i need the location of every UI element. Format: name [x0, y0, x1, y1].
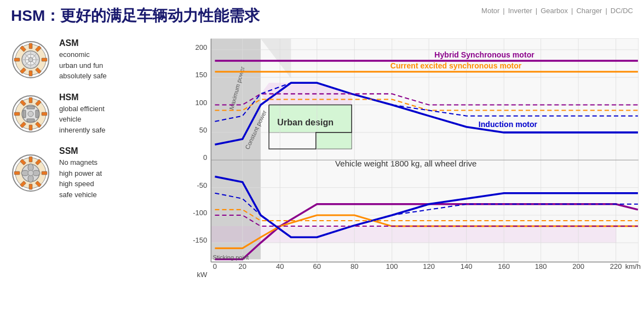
ssm-icon — [11, 153, 50, 193]
svg-text:-150: -150 — [193, 236, 207, 244]
svg-rect-30 — [23, 110, 26, 118]
asm-icon — [11, 40, 50, 79]
svg-marker-83 — [211, 226, 616, 243]
performance-chart: 200 150 100 50 0 -50 -100 -150 kW 0 20 4… — [181, 33, 644, 328]
svg-text:200: 200 — [572, 262, 584, 271]
svg-text:60: 60 — [313, 262, 321, 271]
header-nav: Motor | Inverter | Gearbox | Charger | D… — [481, 7, 633, 15]
svg-rect-31 — [36, 110, 38, 118]
svg-rect-25 — [14, 112, 20, 116]
left-panel: ASM economicurban und funabsolutely safe — [0, 33, 175, 328]
asm-type: ASM — [59, 38, 107, 48]
svg-rect-41 — [14, 171, 20, 175]
asm-label-group: ASM economicurban und funabsolutely safe — [59, 38, 107, 82]
svg-text:0: 0 — [213, 262, 217, 271]
page-title: HSM：更好的满足车辆动力性能需求 — [11, 5, 260, 26]
svg-rect-8 — [14, 58, 20, 61]
svg-rect-23 — [29, 125, 32, 130]
svg-text:-100: -100 — [193, 209, 207, 217]
svg-text:-50: -50 — [197, 181, 207, 189]
nav-inverter[interactable]: Inverter — [508, 7, 532, 15]
svg-rect-2 — [29, 43, 32, 49]
svg-text:50: 50 — [199, 126, 208, 134]
motor-item-asm: ASM economicurban und funabsolutely safe — [11, 38, 164, 82]
svg-text:160: 160 — [498, 262, 510, 271]
hsm-label-group: HSM global efficientvehicleinherently sa… — [59, 93, 106, 136]
hsm-type: HSM — [59, 93, 106, 102]
svg-text:0: 0 — [203, 153, 207, 162]
motor-item-hsm: HSM global efficientvehicleinherently sa… — [11, 93, 164, 136]
chart-area: 200 150 100 50 0 -50 -100 -150 kW 0 20 4… — [175, 33, 644, 328]
svg-text:150: 150 — [196, 71, 208, 79]
ssm-type: SSM — [59, 146, 102, 156]
motor-item-ssm: SSM No magnetshigh power athigh speedsaf… — [11, 146, 164, 200]
svg-rect-39 — [29, 184, 32, 189]
svg-rect-21 — [42, 112, 47, 116]
svg-rect-29 — [27, 119, 34, 122]
nav-gearbox[interactable]: Gearbox — [540, 7, 568, 15]
svg-text:180: 180 — [535, 262, 547, 271]
svg-rect-35 — [29, 157, 32, 162]
svg-text:220: 220 — [610, 262, 622, 271]
svg-text:40: 40 — [276, 262, 284, 271]
im-legend-label: Induction motor — [479, 120, 538, 129]
hsm-icon — [11, 94, 50, 134]
ssm-desc: No magnetshigh power athigh speedsafe ve… — [59, 157, 102, 200]
svg-rect-28 — [27, 106, 34, 109]
nav-motor[interactable]: Motor — [481, 7, 499, 15]
main-content: ASM economicurban und funabsolutely safe — [0, 33, 644, 328]
asm-desc: economicurban und funabsolutely safe — [59, 49, 107, 82]
svg-text:140: 140 — [461, 262, 473, 271]
svg-text:km/h: km/h — [625, 262, 641, 271]
cesm-legend-label: Current excited synchronous motor — [390, 61, 522, 70]
svg-text:20: 20 — [239, 262, 247, 271]
svg-text:Urban design: Urban design — [277, 117, 334, 127]
svg-text:120: 120 — [423, 262, 435, 271]
svg-text:80: 80 — [350, 262, 359, 271]
hsm-desc: global efficientvehicleinherently safe — [59, 103, 106, 136]
svg-text:100: 100 — [386, 262, 398, 271]
svg-text:100: 100 — [196, 99, 208, 107]
svg-text:Vehicle weight 1800 kg, all wh: Vehicle weight 1800 kg, all wheel drive — [335, 159, 476, 168]
svg-point-48 — [28, 170, 33, 176]
svg-rect-6 — [29, 71, 32, 76]
nav-charger[interactable]: Charger — [576, 7, 602, 15]
ssm-label-group: SSM No magnetshigh power athigh speedsaf… — [59, 146, 102, 200]
hsm-legend-label: Hybrid Synchronous motor — [434, 50, 534, 59]
svg-text:kW: kW — [197, 271, 208, 279]
svg-text:200: 200 — [196, 43, 208, 51]
svg-rect-37 — [42, 171, 47, 175]
svg-point-32 — [28, 111, 33, 117]
svg-text:Sticking point: Sticking point — [212, 254, 249, 261]
svg-point-16 — [28, 57, 33, 62]
nav-dcdc[interactable]: DC/DC — [611, 7, 633, 15]
svg-rect-4 — [42, 58, 47, 61]
svg-rect-19 — [29, 97, 32, 103]
